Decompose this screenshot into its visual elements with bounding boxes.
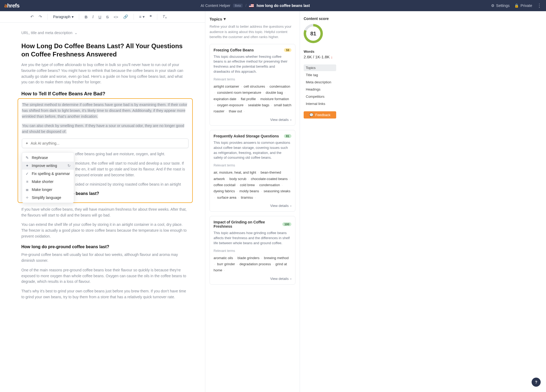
chevron-right-icon: › bbox=[290, 277, 291, 281]
ai-fix-spelling[interactable]: ✓Fix spelling & grammar bbox=[22, 170, 74, 178]
words-value: 2.6K / 1K-1.8K ↓ bbox=[304, 55, 336, 59]
topics-dropdown[interactable]: Topics ▾ bbox=[210, 17, 295, 21]
view-details-link[interactable]: View details › bbox=[214, 277, 291, 281]
highlighted-paragraph[interactable]: The simplest method to determine if coff… bbox=[22, 102, 188, 119]
words-label: Words bbox=[304, 50, 336, 54]
us-flag-icon bbox=[249, 4, 254, 7]
ai-shorter[interactable]: ≡Make shorter bbox=[22, 178, 74, 186]
topic-description: This topic discusses whether freezing co… bbox=[214, 54, 291, 74]
intro-paragraph[interactable]: Are you the type of coffee aficionado to… bbox=[21, 62, 189, 85]
term: airtight container bbox=[214, 84, 239, 88]
ai-improve[interactable]: ✦Improve writing↻ bbox=[22, 162, 74, 170]
topic-card[interactable]: Freezing Coffee Beans 59 This topic disc… bbox=[210, 44, 295, 126]
topic-title: Frequently Asked Storage Questions bbox=[214, 134, 279, 138]
more-menu-button[interactable]: ⋮ bbox=[537, 3, 542, 8]
editor-column: ↶ ↷ Paragraph ▾ B I U S <> 🔗 ≡ ▾ bbox=[0, 11, 205, 392]
strike-button[interactable]: S bbox=[106, 15, 109, 19]
chevron-down-icon: ⌄ bbox=[74, 31, 78, 35]
paragraph[interactable]: oided or minimized by storing roasted co… bbox=[75, 182, 188, 187]
help-button[interactable]: ? bbox=[532, 378, 541, 387]
terms-list: aromatic oils · blade grinders · brewing… bbox=[214, 255, 291, 273]
term: moldy beans bbox=[239, 189, 259, 193]
link-button[interactable]: 🔗 bbox=[123, 14, 128, 19]
chevron-right-icon: › bbox=[290, 204, 291, 208]
block-format-select[interactable]: Paragraph ▾ bbox=[53, 15, 74, 19]
paragraph[interactable]: offee beans going bad are moisture, oxyg… bbox=[75, 151, 188, 157]
settings-button[interactable]: ⚙ Settings bbox=[491, 3, 510, 8]
term: flat profile bbox=[241, 97, 256, 101]
term: blade grinders bbox=[238, 256, 259, 260]
topic-card[interactable]: Impact of Grinding on Coffee Freshness 1… bbox=[210, 216, 295, 285]
content-score-ring: 81 bbox=[304, 24, 323, 43]
topic-title: Freezing Coffee Beans bbox=[214, 48, 254, 52]
term: air, moisture, heat, and light bbox=[214, 170, 256, 174]
terms-list: airtight container · cell structures · c… bbox=[214, 83, 291, 115]
topic-card[interactable]: Frequently Asked Storage Questions 81 Th… bbox=[210, 130, 295, 212]
nav-item-topics[interactable]: Topics bbox=[304, 64, 336, 71]
code-button[interactable]: <> bbox=[114, 15, 118, 19]
page-title[interactable]: How Long Do Coffee Beans Last? All Your … bbox=[21, 42, 189, 58]
shorter-icon: ≡ bbox=[25, 179, 29, 184]
quote-button[interactable]: ❝ bbox=[150, 14, 152, 19]
paragraph[interactable]: You can extend the shelf life of your co… bbox=[21, 222, 189, 239]
logo[interactable]: ahrefs bbox=[4, 3, 19, 9]
chevron-right-icon: › bbox=[290, 118, 291, 122]
relevant-terms-label: Relevant terms bbox=[214, 164, 291, 167]
editor-toolbar: ↶ ↷ Paragraph ▾ B I U S <> 🔗 ≡ ▾ bbox=[0, 11, 205, 23]
ai-simplify[interactable]: ✧Simplify language bbox=[22, 194, 74, 202]
underline-button[interactable]: U bbox=[98, 15, 101, 19]
clear-format-button[interactable]: T× bbox=[163, 14, 167, 20]
ai-longer[interactable]: ≣Make longer bbox=[22, 186, 74, 194]
view-details-link[interactable]: View details › bbox=[214, 118, 291, 122]
nav-item-internal-links[interactable]: Internal links bbox=[304, 100, 336, 107]
ai-rephrase[interactable]: ✎Rephrase bbox=[22, 154, 74, 162]
paragraph[interactable]: If you have whole coffee beans, they wil… bbox=[21, 207, 189, 218]
chat-icon: 💬 bbox=[309, 113, 314, 117]
align-button[interactable]: ≡ ▾ bbox=[139, 14, 145, 19]
terms-list: air, moisture, heat, and light · bean-th… bbox=[214, 169, 291, 201]
heading-bad-beans[interactable]: How to Tell If Coffee Beans Are Bad? bbox=[21, 91, 189, 97]
term: surface area bbox=[217, 195, 236, 199]
term: body scrub bbox=[230, 177, 247, 181]
heading-preground[interactable]: How long do pre-ground coffee beans last… bbox=[21, 244, 189, 249]
gear-icon: ⚙ bbox=[491, 3, 495, 8]
query-text[interactable]: how long do coffee beans last bbox=[256, 3, 310, 8]
paragraph[interactable]: Pre-ground coffee beans will usually las… bbox=[21, 252, 189, 263]
redo-button[interactable]: ↷ bbox=[39, 14, 42, 19]
simplify-icon: ✧ bbox=[25, 195, 29, 200]
nav-item-headings[interactable]: Headings bbox=[304, 86, 336, 93]
term: cell structures bbox=[244, 84, 265, 88]
arrow-down-icon: ↓ bbox=[331, 55, 333, 59]
topic-description: This topic provides answers to common qu… bbox=[214, 140, 291, 160]
topics-panel: Topics ▾ Refine your draft to better add… bbox=[205, 11, 300, 392]
term: thaw out bbox=[229, 109, 242, 113]
nav-item-competitors[interactable]: Competitors bbox=[304, 93, 336, 100]
ai-prompt-input[interactable] bbox=[31, 141, 185, 145]
paragraph[interactable]: One of the main reasons pre-ground coffe… bbox=[21, 267, 189, 285]
term: dyeing fabrics bbox=[214, 189, 235, 193]
check-icon: ✓ bbox=[25, 172, 29, 176]
topics-description: Refine your draft to better address the … bbox=[210, 24, 295, 40]
nav-item-meta-description[interactable]: Meta description bbox=[304, 79, 336, 85]
relevant-terms-label: Relevant terms bbox=[214, 77, 291, 81]
ai-selection-box: The simplest method to determine if coff… bbox=[18, 98, 193, 203]
paragraph[interactable]: moisture, the coffee will start to mould… bbox=[75, 161, 188, 178]
term: burr grinder bbox=[217, 262, 235, 266]
term: coffee cocktail bbox=[214, 183, 235, 187]
feedback-button[interactable]: 💬 Feedback bbox=[304, 111, 336, 119]
term: brewing method bbox=[264, 256, 289, 260]
paragraph[interactable]: That's why it's best to grind your own c… bbox=[21, 288, 189, 300]
private-button[interactable]: 🔒 Private bbox=[514, 3, 532, 8]
view-details-link[interactable]: View details › bbox=[214, 204, 291, 208]
term: condensation bbox=[259, 183, 280, 187]
chevron-down-icon: ▾ bbox=[72, 15, 74, 19]
meta-expand[interactable]: URL, title and meta description ⌄ bbox=[21, 31, 189, 35]
undo-button[interactable]: ↶ bbox=[30, 14, 34, 19]
section-nav: TopicsTitle tagMeta descriptionHeadingsC… bbox=[304, 64, 336, 107]
bold-button[interactable]: B bbox=[85, 15, 87, 19]
nav-item-title-tag[interactable]: Title tag bbox=[304, 72, 336, 78]
top-bar: ahrefs AI Content Helper Beta / how long… bbox=[0, 0, 546, 11]
italic-button[interactable]: I bbox=[92, 15, 94, 19]
term: sealable bags bbox=[248, 103, 269, 107]
highlighted-paragraph[interactable]: You can also check by smelling them. If … bbox=[22, 123, 188, 134]
